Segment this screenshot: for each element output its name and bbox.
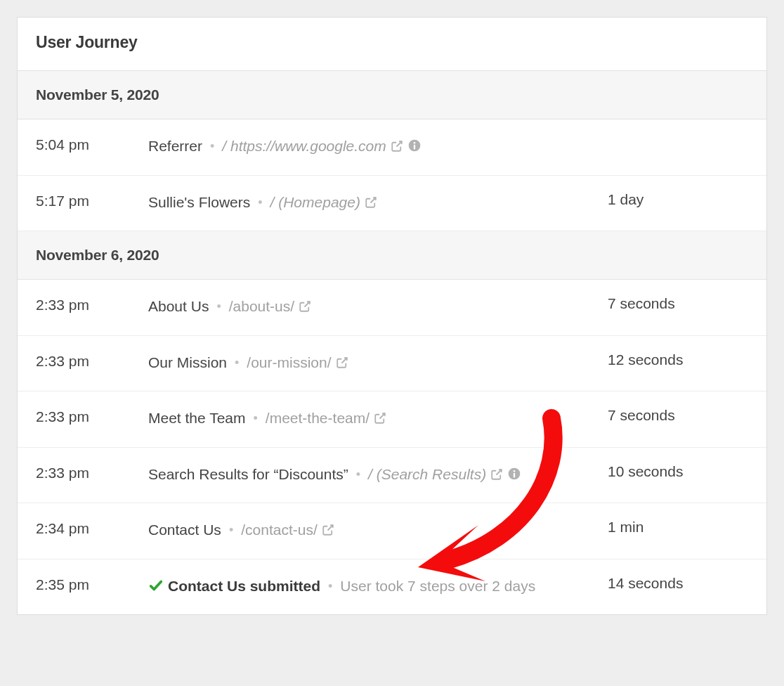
journey-path: / (Homepage) bbox=[270, 194, 360, 210]
svg-point-4 bbox=[514, 470, 516, 472]
journey-row: 2:34 pmContact Us • /contact-us/1 min bbox=[18, 503, 766, 559]
journey-detail: Referrer • / https://www.google.com bbox=[148, 135, 608, 158]
journey-detail: Meet the Team • /meet-the-team/ bbox=[148, 407, 608, 430]
external-link-icon[interactable] bbox=[374, 412, 386, 425]
journey-row: 5:04 pmReferrer • / https://www.google.c… bbox=[18, 119, 766, 176]
separator-bullet: • bbox=[246, 411, 266, 425]
journey-row: 5:17 pmSullie's Flowers • / (Homepage)1 … bbox=[18, 176, 766, 232]
separator-bullet: • bbox=[221, 523, 241, 537]
journey-title: Our Mission bbox=[148, 354, 227, 370]
journey-duration: 7 seconds bbox=[608, 407, 748, 424]
journey-path: /contact-us/ bbox=[241, 522, 318, 538]
journey-row: 2:35 pmContact Us submitted • User took … bbox=[18, 559, 766, 615]
journey-duration: 14 seconds bbox=[608, 575, 748, 592]
separator-bullet: • bbox=[320, 579, 340, 593]
journey-path: / https://www.google.com bbox=[222, 138, 386, 154]
journey-row: 2:33 pmOur Mission • /our-mission/12 sec… bbox=[18, 336, 766, 392]
journey-time: 2:33 pm bbox=[36, 463, 148, 481]
external-link-icon[interactable] bbox=[391, 140, 403, 153]
separator-bullet: • bbox=[250, 195, 270, 209]
journey-detail: Search Results for “Discounts” • / (Sear… bbox=[148, 463, 608, 486]
separator-bullet: • bbox=[227, 356, 247, 370]
journey-detail: Contact Us • /contact-us/ bbox=[148, 519, 608, 542]
external-link-icon[interactable] bbox=[299, 300, 311, 313]
journey-duration: 1 min bbox=[608, 519, 748, 536]
check-icon bbox=[148, 578, 164, 593]
journey-path: /our-mission/ bbox=[247, 354, 331, 370]
journey-time: 5:17 pm bbox=[36, 191, 148, 209]
journey-title: Contact Us submitted bbox=[168, 578, 320, 594]
journey-detail: Sullie's Flowers • / (Homepage) bbox=[148, 191, 608, 214]
separator-bullet: • bbox=[348, 467, 368, 481]
journey-duration: 1 day bbox=[608, 191, 748, 208]
svg-point-1 bbox=[413, 142, 415, 144]
date-header: November 6, 2020 bbox=[18, 231, 766, 280]
journey-duration: 10 seconds bbox=[608, 463, 748, 480]
journey-detail: Our Mission • /our-mission/ bbox=[148, 351, 608, 375]
journey-title: Referrer bbox=[148, 138, 202, 154]
svg-rect-5 bbox=[514, 472, 515, 477]
info-icon[interactable] bbox=[507, 467, 521, 481]
user-journey-panel: User Journey November 5, 20205:04 pmRefe… bbox=[17, 17, 767, 615]
journey-title: About Us bbox=[148, 298, 209, 314]
journey-path: /meet-the-team/ bbox=[266, 410, 370, 426]
journey-title: Contact Us bbox=[148, 522, 221, 538]
journey-title: Sullie's Flowers bbox=[148, 194, 250, 210]
journey-duration: 7 seconds bbox=[608, 295, 748, 312]
external-link-icon[interactable] bbox=[322, 524, 334, 536]
journey-time: 2:33 pm bbox=[36, 295, 148, 313]
external-link-icon[interactable] bbox=[490, 468, 503, 481]
panel-title: User Journey bbox=[18, 18, 766, 71]
external-link-icon[interactable] bbox=[365, 196, 377, 209]
journey-detail: Contact Us submitted • User took 7 steps… bbox=[148, 575, 608, 598]
journey-time: 5:04 pm bbox=[36, 135, 148, 153]
journey-title: Search Results for “Discounts” bbox=[148, 466, 348, 482]
journey-note: User took 7 steps over 2 days bbox=[340, 578, 535, 594]
external-link-icon[interactable] bbox=[336, 356, 348, 369]
journey-time: 2:34 pm bbox=[36, 519, 148, 537]
journey-detail: About Us • /about-us/ bbox=[148, 295, 608, 318]
journey-path: /about-us/ bbox=[229, 298, 294, 314]
journey-time: 2:33 pm bbox=[36, 407, 148, 425]
journey-time: 2:35 pm bbox=[36, 575, 148, 593]
journey-row: 2:33 pmAbout Us • /about-us/7 seconds bbox=[18, 280, 766, 336]
journey-title: Meet the Team bbox=[148, 410, 246, 426]
journey-row: 2:33 pmSearch Results for “Discounts” • … bbox=[18, 448, 766, 504]
journey-duration: 12 seconds bbox=[608, 351, 748, 368]
svg-rect-2 bbox=[414, 145, 415, 150]
separator-bullet: • bbox=[202, 139, 222, 153]
journey-path: / (Search Results) bbox=[368, 466, 486, 482]
date-header: November 5, 2020 bbox=[18, 71, 766, 119]
journey-time: 2:33 pm bbox=[36, 351, 148, 370]
info-icon[interactable] bbox=[407, 138, 422, 153]
journey-row: 2:33 pmMeet the Team • /meet-the-team/7 … bbox=[18, 391, 766, 448]
separator-bullet: • bbox=[209, 299, 228, 313]
